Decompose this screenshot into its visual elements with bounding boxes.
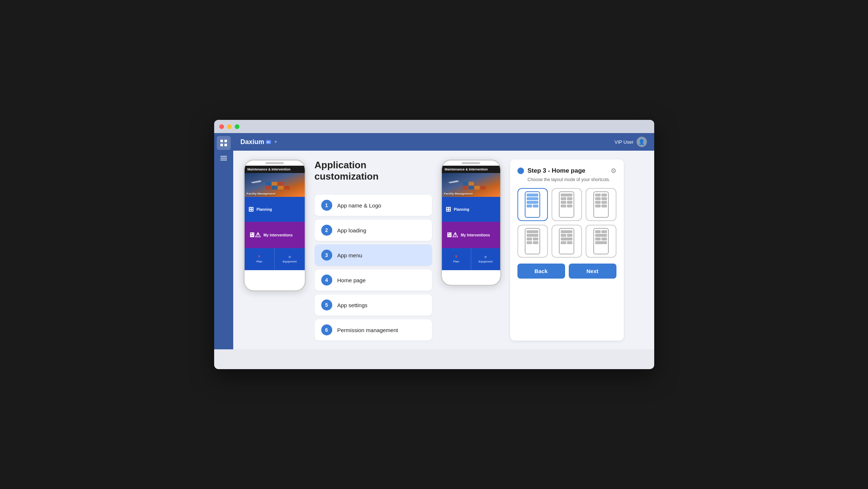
user-label: VIP User <box>615 139 634 145</box>
layout-row-4-1 <box>527 230 538 233</box>
step-item-1[interactable]: 1 App name & Logo <box>315 195 432 216</box>
svg-rect-4 <box>220 156 227 157</box>
svg-rect-12 <box>284 186 290 190</box>
layout-row-5-1 <box>561 230 572 233</box>
right-phone-bottom-row: 📍 Plan ⏱ Equipment <box>442 248 500 270</box>
step-label-4: Home page <box>337 277 366 283</box>
step-item-2[interactable]: 2 App loading <box>315 220 432 241</box>
layout-option-2[interactable] <box>552 188 582 221</box>
svg-rect-19 <box>469 186 474 190</box>
layout-row-2-1 <box>561 194 572 196</box>
sidebar-grid-icon[interactable] <box>217 136 231 150</box>
step-item-3[interactable]: 3 App menu <box>315 244 432 266</box>
layout-phone-mini-2 <box>559 191 574 218</box>
left-phone-section: Maintenance & Intervention <box>243 159 306 341</box>
layout-option-4[interactable] <box>517 225 548 258</box>
settings-button[interactable]: ⚙ <box>611 167 616 175</box>
planning-icon: ⊞ <box>248 205 254 213</box>
right-equipment-icon: ⏱ <box>484 255 487 259</box>
layout-row-6-2 <box>595 234 607 237</box>
step-label-3: App menu <box>337 252 362 258</box>
layout-row-4-2 <box>527 234 538 237</box>
layout-row-6-3 <box>595 238 607 240</box>
step-heading: Step 3 - Home page <box>528 167 586 174</box>
right-phone-tile-planning: ⊞ Planning <box>442 197 500 222</box>
steps-section: Application customization 1 App name & L… <box>315 159 432 341</box>
layout-row-4-3 <box>527 238 538 240</box>
step-item-5[interactable]: 5 App settings <box>315 294 432 316</box>
right-phone-hero: Facility Management <box>442 173 500 197</box>
layout-phone-mini-3 <box>593 191 609 218</box>
phone-header-label: Maintenance & Intervention <box>245 166 305 173</box>
step-badge-5: 5 <box>321 299 332 310</box>
layout-row-6-1 <box>595 230 607 233</box>
svg-rect-5 <box>220 158 227 159</box>
phone-hero-caption: Facility Management <box>247 192 276 195</box>
step-indicator-dot <box>517 168 524 174</box>
layout-option-3[interactable] <box>586 188 616 221</box>
layout-row-3 <box>527 201 538 204</box>
layout-row-3-3 <box>595 201 607 204</box>
step-label-6: Permission management <box>337 327 398 333</box>
right-phone-hero-caption: Facility Management <box>444 192 473 195</box>
layout-row-2-2 <box>561 197 572 200</box>
phone-tile-planning: ⊞ Planning <box>245 197 305 222</box>
left-phone-mockup: Maintenance & Intervention <box>243 159 306 291</box>
plan-label: Plan <box>256 260 262 263</box>
layout-phone-mini-6 <box>593 228 609 254</box>
next-button[interactable]: Next <box>569 264 616 279</box>
layout-row-2 <box>527 197 538 200</box>
app-shell: DaxiumAI ✦ VIP User 👤 Maintenance & I <box>214 133 654 349</box>
svg-rect-2 <box>220 144 223 146</box>
svg-rect-1 <box>224 140 227 142</box>
user-menu[interactable]: VIP User 👤 <box>615 137 647 147</box>
back-button[interactable]: Back <box>517 264 565 279</box>
step-label-2: App loading <box>337 227 366 234</box>
phone-tile-interventions: 🖥⚠ My interventions <box>245 222 305 248</box>
layout-phone-mini-4 <box>525 228 540 254</box>
svg-rect-11 <box>278 186 283 190</box>
right-phone-tile-interventions: 🖥⚠ My Interventions <box>442 222 500 248</box>
phone-hero-image: Facility Management <box>245 173 305 197</box>
layout-row-3-1 <box>595 194 607 196</box>
svg-rect-3 <box>224 144 227 146</box>
layout-row-3-4 <box>595 205 607 207</box>
user-avatar: 👤 <box>637 137 647 147</box>
titlebar <box>214 120 654 133</box>
layout-row-4-4 <box>527 241 538 244</box>
step-item-4[interactable]: 4 Home page <box>315 269 432 291</box>
layout-option-6[interactable] <box>586 225 616 258</box>
close-button[interactable] <box>219 124 224 129</box>
svg-rect-0 <box>220 140 223 142</box>
step-item-6[interactable]: 6 Permission management <box>315 319 432 341</box>
page-title: Application customization <box>315 159 432 182</box>
logo-text: Daxium <box>241 138 264 146</box>
right-equipment-label: Equipment <box>479 260 492 263</box>
svg-rect-23 <box>469 182 474 185</box>
svg-rect-13 <box>265 182 271 185</box>
minimize-button[interactable] <box>227 124 232 129</box>
layout-phone-mini-5 <box>559 228 574 254</box>
sidebar-table-icon[interactable] <box>217 151 231 165</box>
svg-rect-10 <box>272 186 277 190</box>
step-badge-6: 6 <box>321 324 332 335</box>
right-planning-icon: ⊞ <box>446 205 451 213</box>
phone-tile-equipment: ⏱ Equipment <box>275 248 305 270</box>
svg-rect-9 <box>265 186 271 190</box>
right-phone-mockup: Maintenance & Intervention <box>441 159 501 286</box>
layout-row-4 <box>527 205 538 207</box>
step-header: Step 3 - Home page ⚙ <box>517 167 616 175</box>
layout-option-1[interactable] <box>517 188 548 221</box>
phone-notch <box>245 161 305 166</box>
right-planning-label: Planning <box>454 207 469 212</box>
right-phone-header: Maintenance & Intervention <box>442 166 500 173</box>
step-badge-2: 2 <box>321 225 332 236</box>
step-description: Choose the layout mode of your shortcuts… <box>528 177 616 182</box>
right-phone-notch <box>442 161 500 166</box>
maximize-button[interactable] <box>235 124 239 129</box>
right-phone-tile-equipment: ⏱ Equipment <box>471 248 500 270</box>
interventions-icon: 🖥⚠ <box>248 231 261 239</box>
layout-option-5[interactable] <box>552 225 582 258</box>
layout-row-2-4 <box>561 205 572 207</box>
layout-row-1 <box>527 194 538 196</box>
